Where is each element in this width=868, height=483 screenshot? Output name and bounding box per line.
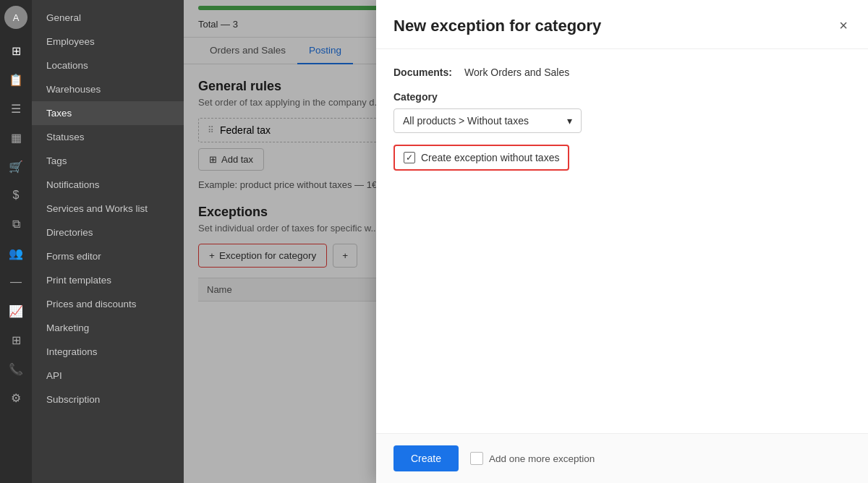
users-icon[interactable]: 👥 xyxy=(3,240,29,266)
cart-icon[interactable]: 🛒 xyxy=(3,153,29,179)
sidebar-item-prices[interactable]: Prices and discounts xyxy=(32,292,184,316)
sidebar-item-marketing[interactable]: Marketing xyxy=(32,316,184,340)
sidebar-item-notifications[interactable]: Notifications xyxy=(32,173,184,197)
modal-overlay[interactable]: New exception for category × Documents: … xyxy=(184,0,868,483)
clipboard-icon[interactable]: 📋 xyxy=(3,67,29,93)
filter-icon[interactable]: ☰ xyxy=(3,95,29,121)
chart-icon[interactable]: 📈 xyxy=(3,298,29,324)
icon-bar: A ⊞ 📋 ☰ ▦ 🛒 $ ⧉ 👥 — 📈 ⊞ 📞 ⚙ xyxy=(0,0,32,483)
modal-footer: Create Add one more exception xyxy=(376,433,868,483)
sidebar: General Employees Locations Warehouses T… xyxy=(32,0,184,483)
sidebar-item-services[interactable]: Services and Works list xyxy=(32,197,184,221)
category-label: Category xyxy=(393,91,851,103)
avatar[interactable]: A xyxy=(4,6,27,29)
modal: New exception for category × Documents: … xyxy=(376,0,868,483)
modal-body: Documents: Work Orders and Sales Categor… xyxy=(376,49,868,433)
dollar-icon[interactable]: $ xyxy=(3,182,29,208)
create-exception-checkbox-row[interactable]: Create exception without taxes xyxy=(393,145,569,171)
main-content: Total — 3 Orders and Sales Posting Gener… xyxy=(184,0,868,483)
sidebar-item-locations[interactable]: Locations xyxy=(32,54,184,77)
sidebar-item-warehouses[interactable]: Warehouses xyxy=(32,77,184,101)
create-exception-checkbox[interactable] xyxy=(404,152,415,163)
gear-icon[interactable]: ⚙ xyxy=(3,385,29,411)
phone-icon[interactable]: 📞 xyxy=(3,356,29,382)
home-icon[interactable]: ⊞ xyxy=(3,38,29,64)
add-more-row: Add one more exception xyxy=(470,452,595,465)
layout-icon[interactable]: ▦ xyxy=(3,124,29,150)
create-exception-label: Create exception without taxes xyxy=(421,152,559,163)
sidebar-item-integrations[interactable]: Integrations xyxy=(32,340,184,364)
layers-icon[interactable]: ⧉ xyxy=(3,211,29,237)
chevron-down-icon: ▾ xyxy=(567,115,572,127)
sidebar-item-taxes[interactable]: Taxes xyxy=(32,101,184,125)
modal-close-button[interactable]: × xyxy=(836,14,851,37)
sidebar-item-statuses[interactable]: Statuses xyxy=(32,125,184,149)
documents-label: Documents: xyxy=(393,67,459,78)
sidebar-item-tags[interactable]: Tags xyxy=(32,149,184,173)
add-more-checkbox[interactable] xyxy=(470,452,483,465)
grid-icon[interactable]: ⊞ xyxy=(3,327,29,353)
add-more-label: Add one more exception xyxy=(489,453,595,464)
sidebar-item-api[interactable]: API xyxy=(32,364,184,388)
sidebar-item-subscription[interactable]: Subscription xyxy=(32,388,184,411)
category-dropdown-value: All products > Without taxes xyxy=(403,115,529,127)
sidebar-item-directories[interactable]: Directories xyxy=(32,221,184,244)
documents-row: Documents: Work Orders and Sales xyxy=(393,67,851,78)
sidebar-item-print[interactable]: Print templates xyxy=(32,268,184,292)
sidebar-item-employees[interactable]: Employees xyxy=(32,30,184,54)
sidebar-item-general[interactable]: General xyxy=(32,6,184,30)
create-button[interactable]: Create xyxy=(393,445,459,471)
category-dropdown[interactable]: All products > Without taxes ▾ xyxy=(393,108,582,133)
dash-icon[interactable]: — xyxy=(3,269,29,295)
modal-header: New exception for category × xyxy=(376,0,868,49)
modal-title: New exception for category xyxy=(393,17,601,35)
sidebar-item-forms[interactable]: Forms editor xyxy=(32,244,184,268)
documents-value: Work Orders and Sales xyxy=(464,67,569,78)
